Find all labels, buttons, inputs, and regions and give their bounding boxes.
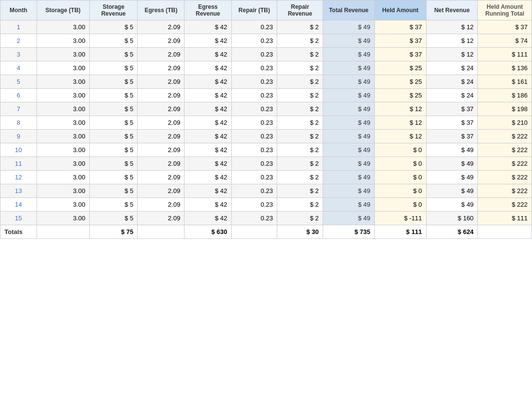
cell-month: 12 [0, 171, 37, 184]
cell-repair-revenue: $ 2 [277, 89, 323, 102]
cell-egress-tb: 2.09 [138, 48, 184, 61]
cell-egress-revenue: $ 42 [184, 171, 231, 184]
cell-held-amount: $ -111 [374, 212, 426, 225]
cell-storage-tb: 3.00 [37, 130, 89, 143]
table-row: 143.00$ 52.09$ 420.23$ 2$ 49$ 0$ 49$ 222 [0, 198, 532, 212]
cell-egress-revenue: $ 42 [184, 157, 231, 171]
cell-net-revenue: $ 49 [426, 143, 478, 157]
cell-total-revenue: $ 49 [323, 34, 375, 48]
cell-held-amount: $ 0 [374, 184, 426, 198]
cell-net-revenue: $ 160 [426, 212, 478, 225]
cell-egress-revenue: $ 42 [184, 116, 231, 130]
cell-held-running: $ 222 [478, 171, 532, 184]
cell-storage-tb: 3.00 [37, 171, 89, 184]
cell-egress-revenue: $ 42 [184, 130, 231, 143]
cell-storage-tb: 3.00 [37, 116, 89, 130]
cell-held-amount: $ 25 [374, 89, 426, 102]
cell-egress-revenue: $ 42 [184, 75, 231, 89]
cell-egress-tb: 2.09 [138, 143, 184, 157]
cell-net-revenue: $ 37 [426, 130, 478, 143]
table-row: 113.00$ 52.09$ 420.23$ 2$ 49$ 0$ 49$ 222 [0, 157, 532, 171]
cell-held-amount: $ 37 [374, 34, 426, 48]
cell-held-running: $ 222 [478, 130, 532, 143]
cell-egress-revenue: $ 42 [184, 212, 231, 225]
cell-held-amount: $ 37 [374, 20, 426, 34]
table-row: 73.00$ 52.09$ 420.23$ 2$ 49$ 12$ 37$ 198 [0, 102, 532, 116]
cell-held-amount: $ 12 [374, 116, 426, 130]
cell-egress-revenue: $ 42 [184, 34, 231, 48]
cell-storage-revenue: $ 5 [89, 198, 138, 212]
totals-net-revenue: $ 624 [426, 225, 478, 239]
cell-storage-tb: 3.00 [37, 61, 89, 75]
cell-total-revenue: $ 49 [323, 116, 375, 130]
cell-storage-tb: 3.00 [37, 20, 89, 34]
cell-held-running: $ 136 [478, 61, 532, 75]
cell-egress-tb: 2.09 [138, 157, 184, 171]
cell-storage-revenue: $ 5 [89, 212, 138, 225]
cell-repair-tb: 0.23 [231, 61, 277, 75]
cell-held-amount: $ 0 [374, 171, 426, 184]
table-row: 153.00$ 52.09$ 420.23$ 2$ 49$ -111$ 160$… [0, 212, 532, 225]
cell-egress-revenue: $ 42 [184, 102, 231, 116]
cell-total-revenue: $ 49 [323, 198, 375, 212]
cell-held-running: $ 210 [478, 116, 532, 130]
table-row: 133.00$ 52.09$ 420.23$ 2$ 49$ 0$ 49$ 222 [0, 184, 532, 198]
cell-egress-tb: 2.09 [138, 102, 184, 116]
cell-repair-revenue: $ 2 [277, 116, 323, 130]
cell-repair-tb: 0.23 [231, 157, 277, 171]
cell-storage-revenue: $ 5 [89, 184, 138, 198]
header-egress-revenue: Egress Revenue [184, 0, 231, 20]
cell-repair-tb: 0.23 [231, 89, 277, 102]
cell-repair-revenue: $ 2 [277, 75, 323, 89]
cell-repair-tb: 0.23 [231, 20, 277, 34]
header-held-running: Held Amount Running Total [478, 0, 532, 20]
table-row: 53.00$ 52.09$ 420.23$ 2$ 49$ 25$ 24$ 161 [0, 75, 532, 89]
table-row: 23.00$ 52.09$ 420.23$ 2$ 49$ 37$ 12$ 74 [0, 34, 532, 48]
cell-total-revenue: $ 49 [323, 48, 375, 61]
cell-storage-revenue: $ 5 [89, 75, 138, 89]
cell-storage-revenue: $ 5 [89, 20, 138, 34]
cell-total-revenue: $ 49 [323, 184, 375, 198]
cell-egress-tb: 2.09 [138, 130, 184, 143]
cell-storage-tb: 3.00 [37, 102, 89, 116]
cell-net-revenue: $ 49 [426, 184, 478, 198]
cell-egress-tb: 2.09 [138, 171, 184, 184]
table-row: 43.00$ 52.09$ 420.23$ 2$ 49$ 25$ 24$ 136 [0, 61, 532, 75]
table-row: 33.00$ 52.09$ 420.23$ 2$ 49$ 37$ 12$ 111 [0, 48, 532, 61]
cell-total-revenue: $ 49 [323, 171, 375, 184]
cell-repair-revenue: $ 2 [277, 198, 323, 212]
totals-held-running [478, 225, 532, 239]
cell-net-revenue: $ 12 [426, 20, 478, 34]
cell-repair-tb: 0.23 [231, 143, 277, 157]
cell-storage-revenue: $ 5 [89, 130, 138, 143]
cell-egress-revenue: $ 42 [184, 89, 231, 102]
cell-repair-tb: 0.23 [231, 130, 277, 143]
cell-repair-revenue: $ 2 [277, 212, 323, 225]
cell-egress-revenue: $ 42 [184, 184, 231, 198]
cell-storage-tb: 3.00 [37, 212, 89, 225]
cell-repair-tb: 0.23 [231, 34, 277, 48]
cell-held-running: $ 111 [478, 48, 532, 61]
cell-held-running: $ 111 [478, 212, 532, 225]
cell-held-running: $ 161 [478, 75, 532, 89]
cell-repair-tb: 0.23 [231, 116, 277, 130]
cell-month: 7 [0, 102, 37, 116]
cell-egress-tb: 2.09 [138, 212, 184, 225]
cell-egress-tb: 2.09 [138, 184, 184, 198]
cell-month: 13 [0, 184, 37, 198]
cell-total-revenue: $ 49 [323, 20, 375, 34]
header-repair-revenue: Repair Revenue [277, 0, 323, 20]
header-total-revenue: Total Revenue [323, 0, 375, 20]
financial-table: Month Storage (TB) Storage Revenue Egres… [0, 0, 532, 239]
cell-held-amount: $ 0 [374, 157, 426, 171]
cell-egress-tb: 2.09 [138, 20, 184, 34]
cell-net-revenue: $ 49 [426, 171, 478, 184]
cell-repair-tb: 0.23 [231, 212, 277, 225]
cell-month: 9 [0, 130, 37, 143]
totals-egress-tb [138, 225, 184, 239]
cell-held-running: $ 198 [478, 102, 532, 116]
cell-repair-tb: 0.23 [231, 184, 277, 198]
cell-repair-revenue: $ 2 [277, 157, 323, 171]
cell-repair-tb: 0.23 [231, 198, 277, 212]
cell-month: 3 [0, 48, 37, 61]
